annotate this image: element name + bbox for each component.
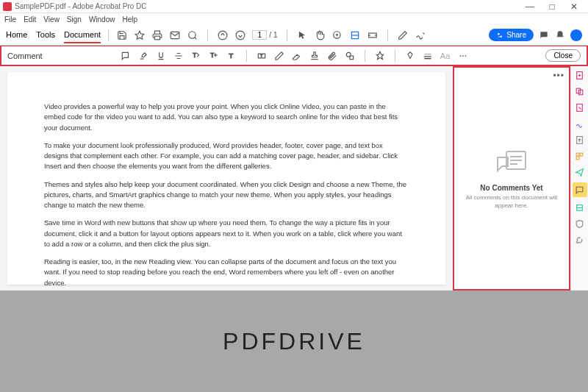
svg-text:T: T: [260, 54, 262, 57]
app-icon: [3, 2, 12, 11]
rail-comment-icon[interactable]: [573, 182, 587, 197]
rail-edit-pdf-icon[interactable]: [574, 101, 586, 113]
textbox-icon[interactable]: T: [256, 50, 268, 62]
pencil-icon[interactable]: [273, 50, 285, 62]
svg-point-5: [218, 31, 227, 40]
paragraph: To make your document look professionall…: [44, 140, 409, 172]
line-weight-icon[interactable]: [422, 50, 434, 62]
empty-comments-icon: [493, 147, 530, 178]
footer: PDFDRIVE: [0, 291, 588, 392]
svg-line-4: [195, 37, 197, 39]
menu-window[interactable]: Window: [89, 15, 115, 24]
shapes-icon[interactable]: [344, 50, 356, 62]
strikethrough-icon[interactable]: [173, 50, 184, 62]
replace-text-icon[interactable]: T: [190, 50, 202, 62]
current-page-input[interactable]: [252, 30, 267, 40]
pdf-page: Video provides a powerful way to help yo…: [7, 72, 445, 285]
svg-point-29: [462, 55, 464, 57]
chat-icon[interactable]: [538, 29, 550, 41]
insert-text-icon[interactable]: T: [208, 50, 220, 62]
print-icon[interactable]: [151, 29, 163, 41]
svg-point-6: [236, 31, 245, 40]
pin-icon[interactable]: [374, 50, 386, 62]
eraser-icon[interactable]: [291, 50, 303, 62]
tab-home[interactable]: Home: [6, 27, 27, 43]
menubar: File Edit View Sign Window Help: [0, 13, 588, 25]
rail-sign-icon[interactable]: [574, 118, 586, 129]
search-icon[interactable]: [187, 29, 198, 41]
rail-combine-icon[interactable]: [574, 85, 586, 97]
empty-comments-subtitle: All comments on this document will appea…: [462, 194, 562, 210]
fit-page-icon[interactable]: [349, 29, 361, 41]
svg-point-14: [501, 35, 503, 38]
comment-label: Comment: [7, 51, 43, 60]
rail-scan-icon[interactable]: [574, 202, 586, 213]
close-comment-button[interactable]: Close: [545, 49, 581, 62]
svg-rect-44: [580, 153, 583, 156]
svg-point-30: [465, 55, 466, 57]
empty-comments-title: No Comments Yet: [480, 184, 542, 192]
menu-edit[interactable]: Edit: [24, 15, 36, 24]
edit-icon[interactable]: [397, 29, 409, 41]
tab-document[interactable]: Document: [64, 27, 101, 43]
tools-rail: [570, 66, 588, 291]
document-viewport[interactable]: Video provides a powerful way to help yo…: [0, 66, 453, 291]
total-pages: 1: [273, 31, 278, 39]
paragraph: Video provides a powerful way to help yo…: [44, 101, 409, 133]
bell-icon[interactable]: [554, 29, 566, 41]
share-icon: [496, 32, 503, 39]
svg-rect-45: [576, 157, 579, 160]
highlight-icon[interactable]: [137, 50, 149, 62]
mail-icon[interactable]: [169, 29, 181, 41]
paragraph: Themes and styles also help keep your do…: [44, 179, 409, 211]
svg-marker-0: [135, 31, 144, 39]
svg-text:T: T: [229, 51, 233, 59]
font-size-icon[interactable]: Aa: [440, 50, 451, 62]
svg-text:T: T: [193, 52, 196, 59]
rail-export-icon[interactable]: [574, 134, 586, 146]
user-avatar[interactable]: [570, 29, 582, 41]
svg-point-13: [498, 33, 500, 35]
svg-rect-43: [576, 153, 579, 156]
svg-point-3: [189, 31, 196, 38]
close-window-button[interactable]: ✕: [563, 1, 585, 12]
sticky-note-icon[interactable]: [120, 50, 132, 62]
paragraph: Reading is easier, too, in the new Readi…: [44, 257, 409, 288]
fit-width-icon[interactable]: [367, 29, 379, 41]
rail-protect-icon[interactable]: [574, 218, 586, 229]
attach-icon[interactable]: [326, 50, 338, 62]
star-icon[interactable]: [134, 29, 146, 41]
share-button[interactable]: Share: [489, 29, 534, 41]
menu-file[interactable]: File: [4, 15, 16, 24]
tab-tools[interactable]: Tools: [36, 27, 55, 43]
svg-text:T: T: [210, 52, 214, 59]
brand-label: PDFDRIVE: [223, 328, 365, 355]
rail-organize-icon[interactable]: [574, 150, 586, 162]
minimize-button[interactable]: —: [519, 1, 541, 12]
save-icon[interactable]: [116, 29, 128, 41]
page-down-icon[interactable]: [234, 29, 246, 41]
menu-view[interactable]: View: [43, 15, 60, 24]
window-title-app: Adobe Acrobat Pro DC: [72, 2, 146, 10]
menu-help[interactable]: Help: [122, 15, 137, 24]
rail-more-tools-icon[interactable]: [574, 234, 586, 246]
color-icon[interactable]: [404, 50, 416, 62]
window-title-file: SamplePDF.pdf: [15, 2, 65, 10]
stamp-icon[interactable]: [309, 50, 320, 62]
pointer-icon[interactable]: [296, 29, 308, 41]
hand-icon[interactable]: [314, 29, 326, 41]
comment-toolbar: Comment T T T T Aa Close: [0, 46, 588, 66]
panel-menu-icon[interactable]: •••: [553, 71, 564, 81]
zoom-icon[interactable]: [331, 29, 343, 41]
more-icon[interactable]: [457, 50, 469, 62]
menu-sign[interactable]: Sign: [67, 15, 82, 24]
page-up-icon[interactable]: [217, 29, 229, 41]
sign-icon[interactable]: [415, 29, 426, 41]
comments-panel: ••• No Comments Yet All comments on this…: [453, 66, 570, 291]
rail-create-pdf-icon[interactable]: [574, 69, 586, 81]
maximize-button[interactable]: □: [541, 1, 563, 12]
rail-send-icon[interactable]: [574, 166, 586, 178]
svg-point-28: [459, 55, 461, 57]
text-comment-icon[interactable]: T: [226, 50, 237, 62]
underline-icon[interactable]: [155, 50, 167, 62]
